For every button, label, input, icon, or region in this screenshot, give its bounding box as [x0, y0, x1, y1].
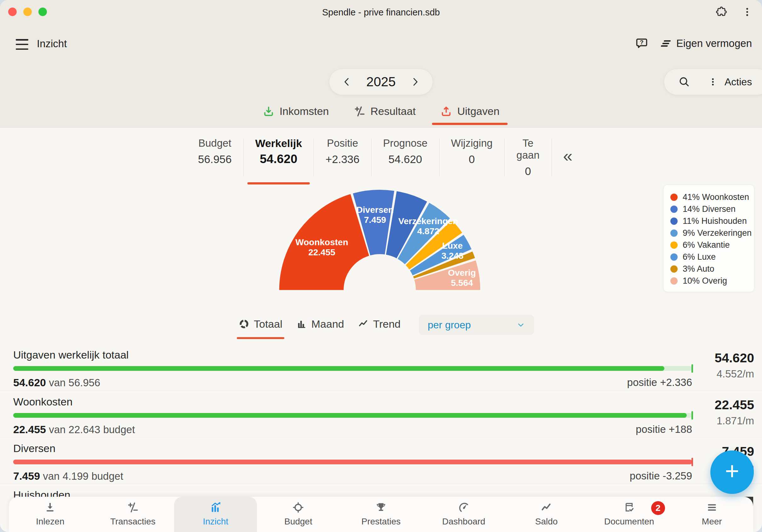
- nav-item-saldo[interactable]: Saldo: [505, 497, 588, 532]
- stat-label: Te gaan: [516, 137, 540, 161]
- budget-amount: van 4.199 budget: [40, 470, 123, 482]
- search-icon[interactable]: [678, 76, 691, 88]
- topbar-right: ? Eigen vermogen: [635, 37, 752, 50]
- stat-label: Werkelijk: [255, 137, 302, 150]
- expenses-donut-chart[interactable]: Woonkosten22.455Diversen7.459Verzekering…: [276, 185, 484, 292]
- actions-button[interactable]: Acties: [708, 76, 752, 88]
- notification-badge: 2: [651, 501, 665, 515]
- target-icon: [292, 501, 304, 513]
- trophy-icon: [375, 501, 387, 513]
- stat-werkelijk[interactable]: Werkelijk 54.620: [243, 137, 314, 178]
- view-tab-totaal[interactable]: Totaal: [239, 318, 282, 332]
- view-tab-trend[interactable]: Trend: [358, 318, 401, 332]
- collapse-stats-icon[interactable]: «: [552, 147, 575, 164]
- nav-item-label: Inlezen: [36, 517, 64, 527]
- stat-value: 0: [516, 165, 540, 178]
- position-text: positie +188: [636, 423, 692, 436]
- download-icon: [44, 501, 56, 513]
- actual-amount: 22.455: [13, 423, 46, 435]
- add-transaction-fab[interactable]: +: [710, 450, 754, 494]
- budget-end-tick: [691, 364, 693, 373]
- browser-menu-kebab-icon[interactable]: [742, 7, 753, 17]
- view-tab-maand[interactable]: Maand: [296, 318, 344, 332]
- legend-label: 10% Overig: [683, 276, 727, 286]
- expense-row-uitgaven-werkelijk-totaal[interactable]: Uitgaven werkelijk totaal 54.620 van 56.…: [0, 344, 762, 390]
- tab-uitgaven[interactable]: Uitgaven: [439, 102, 501, 125]
- menu-icon: [706, 501, 718, 513]
- next-year-chevron-icon[interactable]: [409, 76, 421, 88]
- budget-amount: van 56.956: [46, 377, 100, 388]
- legend-color-dot: [670, 217, 678, 225]
- segment-label: Overig5.564: [448, 268, 476, 288]
- titlebar: Spendle - prive financien.sdb: [0, 0, 762, 24]
- segment-label: Luxe3.243: [441, 241, 464, 261]
- tab-resultaat[interactable]: Resultaat: [352, 102, 417, 125]
- nav-item-inlezen[interactable]: Inlezen: [9, 497, 92, 532]
- progress-bar: [13, 460, 692, 464]
- extension-puzzle-icon[interactable]: [716, 6, 727, 18]
- row-totals: 54.620 4.552/m: [715, 351, 754, 380]
- page-title: Inzicht: [37, 38, 67, 50]
- stat-label: Budget: [198, 137, 232, 149]
- donut-chart-icon: [239, 319, 249, 329]
- actions-label: Acties: [724, 76, 752, 88]
- nav-item-inzicht[interactable]: Inzicht: [174, 497, 257, 532]
- row-title: Uitgaven werkelijk totaal: [13, 349, 754, 361]
- position-text: positie +2.336: [627, 376, 692, 389]
- stat-budget[interactable]: Budget 56.956: [187, 137, 243, 178]
- nav-item-label: Documenten: [604, 517, 654, 527]
- stat-wijziging[interactable]: Wijziging 0: [439, 137, 504, 178]
- row-monthly-value: 1.871/m: [715, 415, 754, 427]
- help-bubble-icon[interactable]: ?: [635, 37, 648, 50]
- stat-label: Wijziging: [451, 137, 493, 149]
- row-title: Woonkosten: [13, 396, 754, 408]
- stat-prognose[interactable]: Prognose 54.620: [371, 137, 439, 178]
- year-row: 2025 Acties: [0, 69, 762, 95]
- topbar: Inzicht ? Eigen vermogen: [0, 34, 762, 55]
- row-total-value: 54.620: [715, 351, 754, 365]
- row-subtext: 22.455 van 22.643 budget positie +188: [13, 423, 692, 436]
- expense-row-woonkosten[interactable]: Woonkosten 22.455 van 22.643 budget posi…: [0, 390, 762, 437]
- nav-item-label: Meer: [702, 517, 722, 527]
- actual-amount: 7.459: [13, 470, 40, 482]
- tab-inkomsten[interactable]: Inkomsten: [261, 102, 330, 125]
- legend-color-dot: [670, 277, 678, 284]
- legend-color-dot: [670, 205, 678, 213]
- stat-te-gaan[interactable]: Te gaan 0: [504, 137, 552, 178]
- view-tab-label: Maand: [311, 318, 344, 330]
- legend-color-dot: [670, 266, 678, 272]
- stats-row: Budget 56.956 Werkelijk 54.620 Positie +…: [187, 137, 576, 178]
- expense-row-diversen[interactable]: Diversen 7.459 van 4.199 budget positie …: [0, 437, 762, 484]
- tab-label: Uitgaven: [457, 105, 499, 117]
- year-label: 2025: [366, 74, 396, 89]
- net-worth-lines-icon: [659, 37, 672, 50]
- legend-color-dot: [670, 193, 678, 201]
- actions-kebab-icon: [708, 77, 718, 87]
- menu-hamburger-icon[interactable]: [16, 39, 28, 50]
- stat-value: 56.956: [198, 153, 232, 166]
- nav-item-budget[interactable]: Budget: [257, 497, 340, 532]
- nav-item-documenten[interactable]: 2 Documenten: [588, 497, 671, 532]
- legend-item-vakantie: 6% Vakantie: [663, 239, 754, 251]
- gauge-icon: [458, 501, 470, 513]
- nav-item-label: Saldo: [535, 517, 558, 527]
- nav-item-prestaties[interactable]: Prestaties: [340, 497, 422, 532]
- stat-label: Prognose: [383, 137, 427, 149]
- nav-item-meer[interactable]: Meer: [670, 497, 753, 532]
- nav-item-dashboard[interactable]: Dashboard: [422, 497, 505, 532]
- nav-item-label: Dashboard: [442, 517, 485, 527]
- budget-amount: van 22.643 budget: [46, 424, 135, 435]
- stat-label: Positie: [326, 137, 359, 149]
- stat-value: +2.336: [326, 153, 359, 166]
- legend-label: 11% Huishouden: [683, 216, 747, 226]
- networth-button[interactable]: Eigen vermogen: [659, 37, 752, 50]
- row-subtext: 7.459 van 4.199 budget positie -3.259: [13, 470, 692, 482]
- group-by-select[interactable]: per groep: [419, 315, 534, 335]
- budget-end-tick: [691, 458, 693, 466]
- trend-icon: [540, 501, 552, 513]
- nav-item-transacties[interactable]: Transacties: [92, 497, 175, 532]
- bottom-navigation: Inlezen Transacties Inzicht Budget Prest…: [9, 497, 753, 532]
- row-title: Diversen: [13, 442, 754, 455]
- previous-year-chevron-icon[interactable]: [341, 76, 353, 88]
- stat-positie[interactable]: Positie +2.336: [314, 137, 371, 178]
